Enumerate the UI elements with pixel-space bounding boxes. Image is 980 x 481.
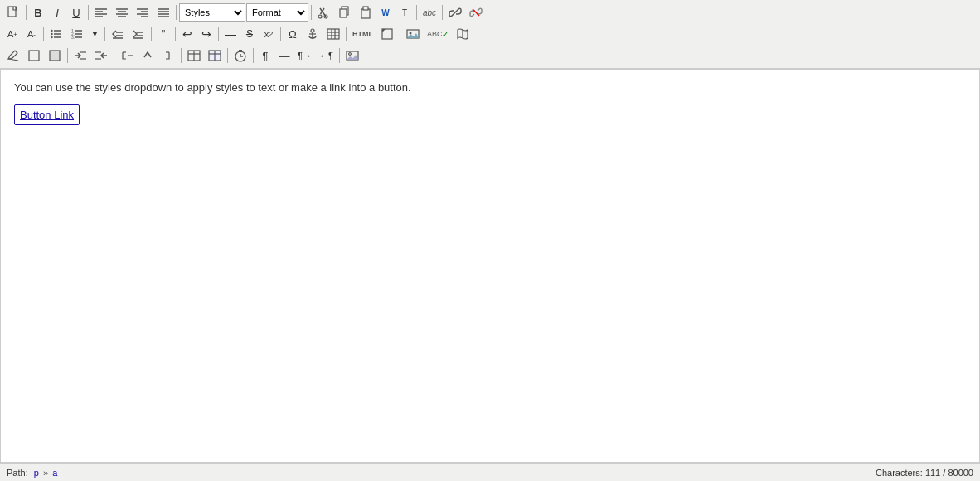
strikethrough-button[interactable]: S [240, 25, 259, 43]
svg-point-32 [51, 36, 52, 38]
indent2-group [70, 46, 111, 65]
hr-button[interactable]: — [221, 25, 240, 43]
font-size-up-button[interactable]: A+ [3, 25, 22, 43]
paste-button[interactable] [356, 3, 376, 22]
maximize-button[interactable] [377, 25, 397, 43]
arrow-right-button[interactable] [158, 46, 178, 65]
align-right-button[interactable] [133, 3, 153, 22]
preview2-button[interactable] [45, 46, 65, 65]
rtl-button[interactable]: ←¶ [316, 46, 337, 65]
svg-rect-59 [29, 51, 39, 61]
sep2 [88, 5, 89, 20]
link-button[interactable] [445, 3, 465, 22]
spell-group: abc [420, 3, 439, 22]
path-a[interactable]: a [52, 468, 57, 478]
ordered-list-button[interactable]: 1.2.3. [67, 25, 87, 43]
superscript-button[interactable]: x2 [260, 25, 278, 43]
toolbar-row-3: ¶ — ¶→ ←¶ [2, 45, 978, 66]
indent-button[interactable] [129, 25, 148, 43]
align-group [91, 3, 173, 22]
svg-rect-49 [327, 29, 339, 39]
unordered-list-button[interactable] [46, 25, 66, 43]
spellcheck-button[interactable]: abc [420, 3, 439, 22]
table2-button[interactable] [184, 46, 204, 65]
format-dropdown[interactable]: Format Bold Italic Underline [246, 3, 308, 22]
svg-rect-76 [239, 50, 240, 52]
indent-left2-button[interactable] [70, 46, 90, 65]
table3-button[interactable] [205, 46, 225, 65]
path-section: Path: p » a [7, 468, 57, 478]
unlink-button[interactable] [466, 3, 486, 22]
arrow-up-button[interactable] [138, 46, 158, 65]
sep12 [280, 27, 281, 41]
sep13 [346, 27, 347, 41]
align-justify-button[interactable] [153, 3, 173, 22]
arrow-left-button[interactable] [117, 46, 137, 65]
styles-group: Styles Button Link Heading 1 Heading 2 P… [179, 3, 245, 22]
sep14 [400, 27, 400, 41]
html-source-button[interactable]: HTML [349, 25, 376, 43]
line-break-button[interactable]: — [275, 46, 294, 65]
sep9 [151, 27, 152, 41]
spellcheck2-button[interactable]: ABC✓ [424, 25, 453, 43]
indent-right2-button[interactable] [91, 46, 111, 65]
image2-button[interactable] [342, 46, 362, 65]
datetime-group [230, 46, 250, 65]
paragraph-mark-button[interactable]: ¶ [256, 46, 274, 65]
svg-line-58 [8, 59, 18, 61]
svg-point-30 [51, 33, 52, 35]
svg-rect-24 [361, 9, 370, 18]
svg-point-20 [318, 15, 322, 18]
pencil-button[interactable] [3, 46, 23, 65]
svg-text:3.: 3. [71, 35, 75, 40]
datetime-button[interactable] [230, 46, 250, 65]
image-button[interactable] [403, 25, 423, 43]
image-group: ABC✓ [403, 25, 473, 43]
paste-word-button[interactable]: W [376, 3, 395, 22]
styles-dropdown[interactable]: Styles Button Link Heading 1 Heading 2 P… [179, 3, 245, 22]
indent-group [108, 25, 148, 43]
word-count-button[interactable] [453, 25, 473, 43]
sep10 [175, 27, 176, 41]
special-chars-button[interactable]: Ω [284, 25, 302, 43]
italic-button[interactable]: I [48, 3, 66, 22]
svg-point-46 [311, 29, 314, 32]
sep4 [311, 5, 312, 20]
underline-button[interactable]: U [67, 3, 85, 22]
anchor-button[interactable] [303, 25, 323, 43]
char-count: Characters: 111 / 80000 [876, 468, 973, 478]
editor-area[interactable]: You can use the styles dropdown to apply… [0, 69, 980, 463]
button-link[interactable]: Button Link [14, 104, 80, 126]
svg-rect-25 [363, 7, 368, 10]
toolbar-row-2: A+ A- 1.2.3. ▼ " ↩ [2, 23, 978, 45]
svg-point-79 [348, 53, 351, 56]
preview1-button[interactable] [24, 46, 44, 65]
font-size-down-button[interactable]: A- [22, 25, 41, 43]
align-left-button[interactable] [91, 3, 111, 22]
svg-rect-60 [50, 51, 60, 61]
new-doc-button[interactable] [3, 3, 23, 22]
clipboard-group: W T [314, 3, 414, 22]
paragraph-group: ¶ — ¶→ ←¶ [256, 46, 337, 65]
cut-button[interactable] [314, 3, 334, 22]
outdent-button[interactable] [108, 25, 128, 43]
blockquote-group: " [154, 25, 172, 43]
sep18 [227, 48, 228, 63]
align-center-button[interactable] [112, 3, 132, 22]
table-button[interactable] [323, 25, 343, 43]
bold-button[interactable]: B [29, 3, 47, 22]
link-group [445, 3, 486, 22]
list-group: 1.2.3. ▼ [46, 25, 102, 43]
list-dropdown-button[interactable]: ▼ [88, 25, 102, 43]
undo-button[interactable]: ↩ [178, 25, 196, 43]
insert-group: — S x2 [221, 25, 278, 43]
edit-group [3, 46, 65, 65]
blockquote-button[interactable]: " [154, 25, 172, 43]
copy-button[interactable] [335, 3, 355, 22]
toolbar-row-1: B I U Styles Button Link Heading 1 [2, 2, 978, 23]
path-p[interactable]: p [34, 468, 39, 478]
redo-button[interactable]: ↪ [197, 25, 216, 43]
text-format-group: B I U [29, 3, 85, 22]
ltr-button[interactable]: ¶→ [294, 46, 315, 65]
paste-text-button[interactable]: T [395, 3, 414, 22]
